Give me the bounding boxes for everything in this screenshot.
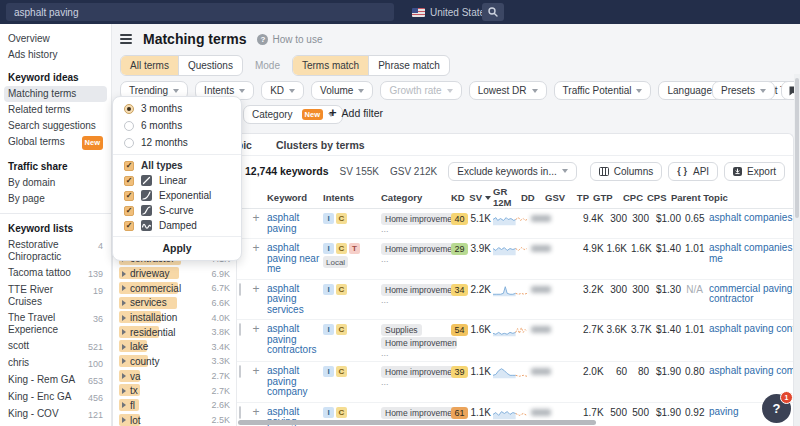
facet-term-tx[interactable]: tx2.7K <box>119 383 230 398</box>
facet-term-fl[interactable]: fl2.6K <box>119 398 230 413</box>
type-option-damped[interactable]: ✓Damped <box>113 218 241 233</box>
type-option-s-curve[interactable]: ✓S-curve <box>113 203 241 218</box>
tab-clusters-by-terms[interactable]: Clusters by terms <box>276 139 365 151</box>
column-header-category[interactable]: Category <box>381 192 449 203</box>
radio-unselected[interactable] <box>124 138 134 148</box>
add-to-list-icon[interactable]: + <box>252 405 259 419</box>
sidebar-item-matching-terms[interactable]: Matching terms <box>4 86 107 102</box>
category-more-ellipsis[interactable]: ... <box>381 350 389 357</box>
column-header-keyword[interactable]: Keyword <box>267 192 321 203</box>
sidebar-item-scott[interactable]: scott521 <box>4 338 107 355</box>
row-checkbox[interactable] <box>239 283 241 296</box>
period-option-6-months[interactable]: 6 months <box>113 117 241 134</box>
segment-phrase-match[interactable]: Phrase match <box>368 56 449 75</box>
facet-term-residential[interactable]: residential3.8K <box>119 325 230 340</box>
keyword-link[interactable]: asphalt paving near me <box>267 243 321 275</box>
add-to-list-icon[interactable]: + <box>252 241 259 255</box>
facet-term-driveway[interactable]: driveway6.9K <box>119 266 230 281</box>
category-more-ellipsis[interactable]: ... <box>381 297 389 304</box>
facet-term-lake[interactable]: lake3.4K <box>119 339 230 354</box>
keyword-link[interactable]: asphalt paving company <box>267 366 321 398</box>
column-header-intents[interactable]: Intents <box>323 192 379 203</box>
add-to-list-icon[interactable]: + <box>252 211 259 225</box>
type-option-exponential[interactable]: ✓Exponential <box>113 188 241 203</box>
category-more-ellipsis[interactable]: ... <box>381 256 389 263</box>
checkbox-checked[interactable]: ✓ <box>124 176 134 186</box>
row-checkbox[interactable] <box>239 365 241 378</box>
exclude-keywords-button[interactable]: Exclude keywords in... <box>448 162 577 181</box>
facet-term-lot[interactable]: lot2.5K <box>119 413 230 426</box>
column-header-cps[interactable]: CPS <box>647 192 665 203</box>
radio-unselected[interactable] <box>124 121 134 131</box>
checkbox-checked[interactable]: ✓ <box>124 191 134 201</box>
column-header-sv[interactable]: SV <box>469 192 491 203</box>
columns-button[interactable]: Columns <box>590 162 662 181</box>
api-button[interactable]: { } API <box>668 162 718 181</box>
expand-triangle-icon[interactable] <box>122 388 126 394</box>
sidebar-item-by-page[interactable]: By page <box>4 191 107 207</box>
checkbox-checked[interactable]: ✓ <box>124 161 134 171</box>
type-option-linear[interactable]: ✓Linear <box>113 173 241 188</box>
parent-topic-link[interactable]: asphalt paving company <box>709 366 793 377</box>
expand-triangle-icon[interactable] <box>122 417 126 423</box>
column-header-dd[interactable]: DD <box>521 192 541 203</box>
how-to-use-link[interactable]: ? How to use <box>257 34 322 45</box>
column-header-gr-12m[interactable]: GR 12M <box>493 186 517 208</box>
facet-term-commercial[interactable]: commercial6.7K <box>119 281 230 296</box>
row-checkbox[interactable] <box>239 323 241 336</box>
sidebar-item-search-suggestions[interactable]: Search suggestions <box>4 118 107 134</box>
add-to-list-icon[interactable]: + <box>252 364 259 378</box>
segment-questions[interactable]: Questions <box>178 56 242 75</box>
apply-button[interactable]: Apply <box>113 236 241 260</box>
period-option-3-months[interactable]: 3 months <box>113 100 241 117</box>
column-header-gsv[interactable]: GSV <box>545 192 563 203</box>
filter-lowest-dr[interactable]: Lowest DR <box>469 81 547 100</box>
facet-term-services[interactable]: services6.6K <box>119 296 230 311</box>
facet-term-county[interactable]: county3.3K <box>119 354 230 369</box>
sidebar-item-tte-river-cruises[interactable]: TTE River Cruises19 <box>4 282 107 310</box>
sidebar-item-global-terms[interactable]: Global termsNew <box>4 134 107 152</box>
presets-button[interactable]: Presets <box>712 81 775 100</box>
facet-term-installation[interactable]: installation4.0K <box>119 310 230 325</box>
horizontal-scrollbar[interactable] <box>238 420 596 425</box>
sidebar-item-chris[interactable]: chris100 <box>4 355 107 372</box>
add-filter-button[interactable]: + Add filter <box>329 107 383 119</box>
sidebar-item-king-rem-ga[interactable]: King - Rem GA653 <box>4 372 107 389</box>
radio-selected[interactable] <box>124 104 134 114</box>
parent-topic-link[interactable]: commercial paving contractor <box>709 284 793 305</box>
sidebar-item-tacoma-tattoo[interactable]: Tacoma tattoo139 <box>4 265 107 282</box>
sidebar-item-king-cov[interactable]: King - COV121 <box>4 406 107 423</box>
keyword-link[interactable]: asphalt paving services <box>267 284 321 316</box>
expand-triangle-icon[interactable] <box>122 285 126 291</box>
expand-triangle-icon[interactable] <box>122 329 126 335</box>
sidebar-item-related-terms[interactable]: Related terms <box>4 102 107 118</box>
category-more-ellipsis[interactable]: ... <box>381 379 389 386</box>
help-fab-button[interactable]: ? 1 <box>762 394 791 423</box>
sidebar-item-the-travel-experience[interactable]: The Travel Experience36 <box>4 310 107 338</box>
category-more-ellipsis[interactable]: ... <box>381 226 389 233</box>
sidebar-item-king-enc-ga[interactable]: King - Enc GA456 <box>4 389 107 406</box>
parent-topic-link[interactable]: asphalt companies <box>709 213 793 224</box>
add-to-list-icon[interactable]: + <box>252 322 259 336</box>
keyword-search-input[interactable] <box>6 3 394 21</box>
column-header-parent-topic[interactable]: Parent Topic <box>671 192 791 203</box>
filter-traffic-potential[interactable]: Traffic Potential <box>554 81 652 100</box>
parent-topic-link[interactable]: asphalt paving contractors <box>709 324 793 335</box>
segment-all-terms[interactable]: All terms <box>121 56 178 75</box>
menu-icon[interactable] <box>120 32 132 46</box>
facet-term-va[interactable]: va2.7K <box>119 369 230 384</box>
expand-triangle-icon[interactable] <box>122 402 126 408</box>
keyword-link[interactable]: asphalt paving contractors <box>267 324 321 356</box>
search-button[interactable] <box>482 3 504 21</box>
category-filter-button[interactable]: Category New <box>243 105 343 124</box>
sidebar-item-overview[interactable]: Overview <box>4 31 107 47</box>
sidebar-item-ads-history[interactable]: Ads history <box>4 47 107 63</box>
checkbox-checked[interactable]: ✓ <box>124 221 134 231</box>
period-option-12-months[interactable]: 12 months <box>113 134 241 151</box>
expand-triangle-icon[interactable] <box>122 315 126 321</box>
expand-triangle-icon[interactable] <box>122 373 126 379</box>
parent-topic-link[interactable]: asphalt companies near me <box>709 243 793 264</box>
expand-triangle-icon[interactable] <box>122 271 126 277</box>
segment-terms-match[interactable]: Terms match <box>293 56 368 75</box>
export-button[interactable]: Export <box>724 162 785 181</box>
